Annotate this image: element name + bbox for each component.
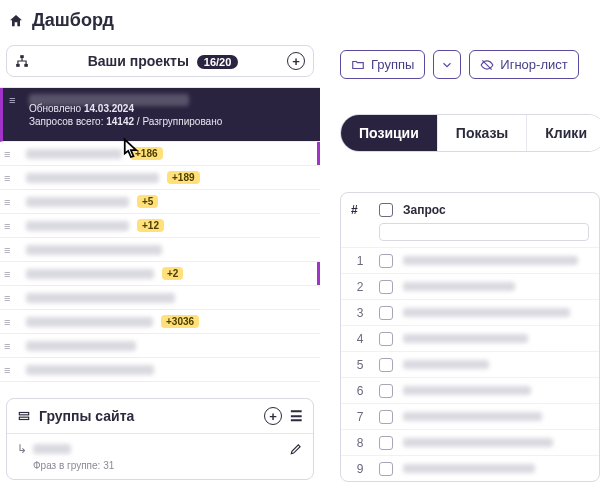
tab-positions[interactable]: Позиции <box>341 115 438 151</box>
table-row[interactable]: 6 <box>341 377 599 403</box>
query-text-blurred <box>403 360 489 369</box>
sitemap-icon <box>15 54 29 68</box>
row-checkbox[interactable] <box>379 462 393 476</box>
drag-handle-icon[interactable]: ≡ <box>9 94 23 106</box>
row-index: 5 <box>351 358 369 372</box>
query-text-blurred <box>403 308 570 317</box>
project-row[interactable]: ≡ +12 <box>0 214 320 238</box>
drag-handle-icon[interactable]: ≡ <box>4 220 18 232</box>
project-change-badge: +3036 <box>161 315 199 328</box>
svg-rect-2 <box>24 64 28 67</box>
project-row[interactable]: ≡ +186 <box>0 142 320 166</box>
query-filter-input[interactable] <box>379 223 589 241</box>
column-query-header: Запрос <box>403 203 446 217</box>
drag-handle-icon[interactable]: ≡ <box>4 268 18 280</box>
row-index: 2 <box>351 280 369 294</box>
tab-clicks[interactable]: Клики <box>527 115 600 151</box>
row-checkbox[interactable] <box>379 306 393 320</box>
drag-handle-icon[interactable]: ≡ <box>4 292 18 304</box>
ignore-list-button[interactable]: Игнор-лист <box>469 50 578 79</box>
queries-table: # Запрос 1 2 3 4 5 6 7 <box>340 192 600 482</box>
row-checkbox[interactable] <box>379 384 393 398</box>
project-row[interactable]: ≡ +5 <box>0 190 320 214</box>
add-project-button[interactable]: + <box>287 52 305 70</box>
project-name-blurred <box>26 269 154 279</box>
project-row[interactable]: ≡ <box>0 334 320 358</box>
project-change-badge: +2 <box>162 267 183 280</box>
list-view-button[interactable]: ☰ <box>290 408 303 424</box>
table-row[interactable]: 8 <box>341 429 599 455</box>
query-text-blurred <box>403 412 542 421</box>
site-groups-card: Группы сайта + ☰ ↳ Фраз в группе: 31 <box>6 398 314 480</box>
groups-button[interactable]: Группы <box>340 50 425 79</box>
svg-rect-4 <box>19 417 28 419</box>
row-index: 1 <box>351 254 369 268</box>
project-name-blurred <box>26 317 153 327</box>
row-checkbox[interactable] <box>379 280 393 294</box>
project-row[interactable]: ≡ +3036 <box>0 310 320 334</box>
project-name-blurred <box>26 341 136 351</box>
project-row[interactable]: ≡ <box>0 358 320 382</box>
project-row[interactable]: ≡ <box>0 238 320 262</box>
eye-off-icon <box>480 58 494 72</box>
table-row[interactable]: 5 <box>341 351 599 377</box>
table-row[interactable]: 9 <box>341 455 599 481</box>
project-row[interactable]: ≡ +2 <box>0 262 320 286</box>
folder-icon <box>351 58 365 72</box>
row-checkbox[interactable] <box>379 436 393 450</box>
project-change-badge: +5 <box>137 195 158 208</box>
row-index: 7 <box>351 410 369 424</box>
row-index: 4 <box>351 332 369 346</box>
row-checkbox[interactable] <box>379 254 393 268</box>
home-icon <box>8 13 24 29</box>
table-row[interactable]: 1 <box>341 247 599 273</box>
project-change-badge: +189 <box>167 171 200 184</box>
drag-handle-icon[interactable]: ≡ <box>4 172 18 184</box>
groups-title: Группы сайта <box>39 408 134 424</box>
drag-handle-icon[interactable]: ≡ <box>4 316 18 328</box>
drag-handle-icon[interactable]: ≡ <box>4 340 18 352</box>
query-text-blurred <box>403 464 535 473</box>
project-change-badge: +12 <box>137 219 164 232</box>
row-checkbox[interactable] <box>379 410 393 424</box>
query-text-blurred <box>403 282 515 291</box>
project-name-blurred <box>26 221 129 231</box>
project-row-active[interactable]: ≡ Обновлено 14.03.2024 Запросов всего: 1… <box>0 88 320 142</box>
row-checkbox[interactable] <box>379 332 393 346</box>
projects-label: Ваши проекты 16/20 <box>39 53 287 69</box>
project-name-blurred <box>26 197 129 207</box>
layers-icon <box>17 409 31 423</box>
page-title: Дашборд <box>32 10 114 31</box>
table-row[interactable]: 4 <box>341 325 599 351</box>
query-text-blurred <box>403 334 528 343</box>
group-name-blurred <box>33 444 71 454</box>
svg-rect-3 <box>19 413 28 415</box>
table-row[interactable]: 3 <box>341 299 599 325</box>
drag-handle-icon[interactable]: ≡ <box>4 196 18 208</box>
project-name-blurred <box>26 173 159 183</box>
tab-shows[interactable]: Показы <box>438 115 528 151</box>
add-group-button[interactable]: + <box>264 407 282 425</box>
svg-rect-0 <box>20 55 24 58</box>
group-item[interactable]: ↳ <box>17 442 303 456</box>
project-name-blurred <box>29 94 189 106</box>
projects-count-badge: 16/20 <box>197 55 239 69</box>
project-change-badge: +186 <box>130 147 163 160</box>
groups-dropdown-button[interactable] <box>433 50 461 79</box>
edit-icon[interactable] <box>289 442 303 456</box>
table-row[interactable]: 7 <box>341 403 599 429</box>
top-controls: Группы Игнор-лист <box>340 50 579 79</box>
query-text-blurred <box>403 256 578 265</box>
dashboard-header: Дашборд <box>0 0 320 45</box>
project-row[interactable]: ≡ <box>0 286 320 310</box>
row-checkbox[interactable] <box>379 358 393 372</box>
table-row[interactable]: 2 <box>341 273 599 299</box>
column-number-header: # <box>351 203 369 217</box>
drag-handle-icon[interactable]: ≡ <box>4 148 18 160</box>
project-row[interactable]: ≡ +189 <box>0 166 320 190</box>
select-all-checkbox[interactable] <box>379 203 393 217</box>
drag-handle-icon[interactable]: ≡ <box>4 364 18 376</box>
row-index: 3 <box>351 306 369 320</box>
accent-bar <box>317 142 320 165</box>
drag-handle-icon[interactable]: ≡ <box>4 244 18 256</box>
